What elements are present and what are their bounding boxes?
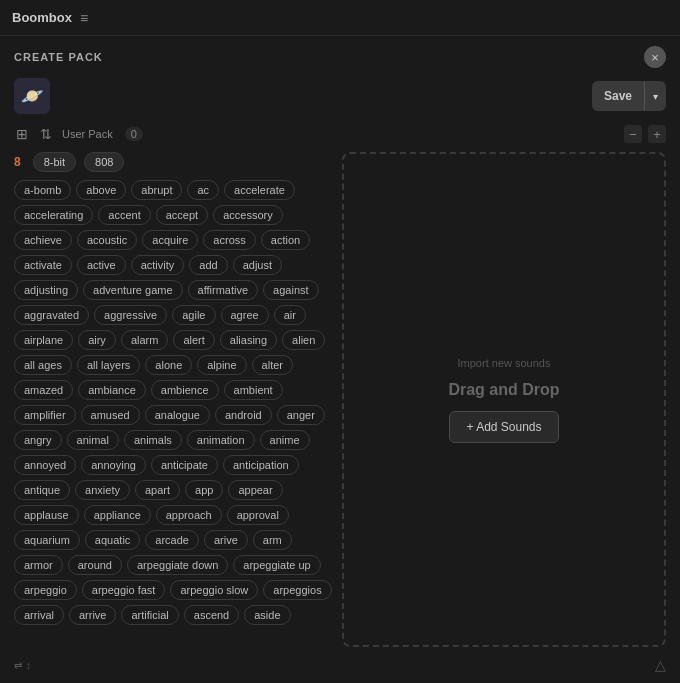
tag-item[interactable]: app — [185, 480, 223, 500]
tag-item[interactable]: above — [76, 180, 126, 200]
tag-item[interactable]: annoying — [81, 455, 146, 475]
tag-item[interactable]: applause — [14, 505, 79, 525]
tag-item[interactable]: arcade — [145, 530, 199, 550]
add-sounds-button[interactable]: + Add Sounds — [449, 411, 558, 443]
tag-item[interactable]: arpeggios — [263, 580, 331, 600]
tag-item[interactable]: appliance — [84, 505, 151, 525]
tag-item[interactable]: anxiety — [75, 480, 130, 500]
tag-item[interactable]: ambient — [224, 380, 283, 400]
create-pack-header: CREATE PACK × — [14, 46, 666, 68]
tag-item[interactable]: ac — [187, 180, 219, 200]
tag-item[interactable]: affirmative — [188, 280, 259, 300]
tag-item[interactable]: apart — [135, 480, 180, 500]
tag-item[interactable]: agree — [221, 305, 269, 325]
tag-item[interactable]: anime — [260, 430, 310, 450]
tag-item[interactable]: accent — [98, 205, 150, 225]
tag-item[interactable]: aquarium — [14, 530, 80, 550]
tag-item[interactable]: alien — [282, 330, 325, 350]
pack-name-input[interactable] — [58, 78, 584, 114]
tag-item[interactable]: aquatic — [85, 530, 140, 550]
tag-item[interactable]: achieve — [14, 230, 72, 250]
tag-item[interactable]: accept — [156, 205, 208, 225]
tag-item[interactable]: anticipation — [223, 455, 299, 475]
tag-item[interactable]: add — [189, 255, 227, 275]
tag-item[interactable]: alarm — [121, 330, 169, 350]
tag-item[interactable]: air — [274, 305, 306, 325]
tag-item[interactable]: anger — [277, 405, 325, 425]
filter-tab-808[interactable]: 808 — [84, 152, 124, 172]
menu-icon[interactable]: ≡ — [80, 10, 88, 26]
tag-item[interactable]: alter — [252, 355, 293, 375]
tag-item[interactable]: anticipate — [151, 455, 218, 475]
tag-item[interactable]: a-bomb — [14, 180, 71, 200]
tag-item[interactable]: ascend — [184, 605, 239, 625]
tag-item[interactable]: acoustic — [77, 230, 137, 250]
tag-item[interactable]: arpeggio slow — [170, 580, 258, 600]
tag-item[interactable]: action — [261, 230, 310, 250]
tag-item[interactable]: arrival — [14, 605, 64, 625]
tag-item[interactable]: against — [263, 280, 318, 300]
tag-item[interactable]: arrive — [69, 605, 117, 625]
tag-item[interactable]: approval — [227, 505, 289, 525]
tag-item[interactable]: activate — [14, 255, 72, 275]
tag-item[interactable]: airy — [78, 330, 116, 350]
tag-item[interactable]: arive — [204, 530, 248, 550]
tag-item[interactable]: accelerate — [224, 180, 295, 200]
tag-item[interactable]: antique — [14, 480, 70, 500]
tag-item[interactable]: ambience — [151, 380, 219, 400]
tag-item[interactable]: aliasing — [220, 330, 277, 350]
tag-item[interactable]: alpine — [197, 355, 246, 375]
tag-item[interactable]: ambiance — [78, 380, 146, 400]
tag-item[interactable]: aside — [244, 605, 290, 625]
tag-item[interactable]: accessory — [213, 205, 283, 225]
tag-item[interactable]: amused — [81, 405, 140, 425]
triangle-icon: △ — [655, 657, 666, 673]
tag-item[interactable]: aggravated — [14, 305, 89, 325]
tag-item[interactable]: across — [203, 230, 255, 250]
tag-item[interactable]: all ages — [14, 355, 72, 375]
tag-item[interactable]: agile — [172, 305, 215, 325]
tag-item[interactable]: amazed — [14, 380, 73, 400]
tag-item[interactable]: animation — [187, 430, 255, 450]
tag-item[interactable]: adjusting — [14, 280, 78, 300]
minus-button[interactable]: − — [624, 125, 642, 143]
tag-item[interactable]: arpeggiate down — [127, 555, 228, 575]
tag-item[interactable]: alone — [145, 355, 192, 375]
save-dropdown-button[interactable]: ▾ — [644, 81, 666, 111]
tag-item[interactable]: analogue — [145, 405, 210, 425]
tag-item[interactable]: abrupt — [131, 180, 182, 200]
tag-item[interactable]: animals — [124, 430, 182, 450]
tag-item[interactable]: around — [68, 555, 122, 575]
grid-icon-button[interactable]: ⊞ — [14, 124, 30, 144]
sort-icon-button[interactable]: ⇅ — [38, 124, 54, 144]
tag-item[interactable]: android — [215, 405, 272, 425]
tag-item[interactable]: approach — [156, 505, 222, 525]
tag-item[interactable]: aggressive — [94, 305, 167, 325]
save-button[interactable]: Save — [592, 81, 644, 111]
tag-item[interactable]: arpeggiate up — [233, 555, 320, 575]
tag-item[interactable]: adventure game — [83, 280, 183, 300]
tag-item[interactable]: artificial — [121, 605, 178, 625]
close-button[interactable]: × — [644, 46, 666, 68]
tag-item[interactable]: annoyed — [14, 455, 76, 475]
tag-item[interactable]: armor — [14, 555, 63, 575]
tag-item[interactable]: activity — [131, 255, 185, 275]
tag-item[interactable]: adjust — [233, 255, 282, 275]
tag-item[interactable]: airplane — [14, 330, 73, 350]
filter-tab-8bit[interactable]: 8-bit — [33, 152, 76, 172]
tag-item[interactable]: arm — [253, 530, 292, 550]
plus-button[interactable]: + — [648, 125, 666, 143]
tag-item[interactable]: arpeggio — [14, 580, 77, 600]
tag-item[interactable]: amplifier — [14, 405, 76, 425]
tag-item[interactable]: appear — [228, 480, 282, 500]
tag-item[interactable]: animal — [67, 430, 119, 450]
tag-item[interactable]: arpeggio fast — [82, 580, 166, 600]
tag-item[interactable]: acquire — [142, 230, 198, 250]
tag-item[interactable]: angry — [14, 430, 62, 450]
drop-hint: Import new sounds — [458, 357, 551, 369]
tag-item[interactable]: alert — [173, 330, 214, 350]
tag-item[interactable]: accelerating — [14, 205, 93, 225]
tag-item[interactable]: active — [77, 255, 126, 275]
tag-item[interactable]: all layers — [77, 355, 140, 375]
content-split: 8 8-bit 808 a-bombaboveabruptacaccelerat… — [14, 152, 666, 647]
